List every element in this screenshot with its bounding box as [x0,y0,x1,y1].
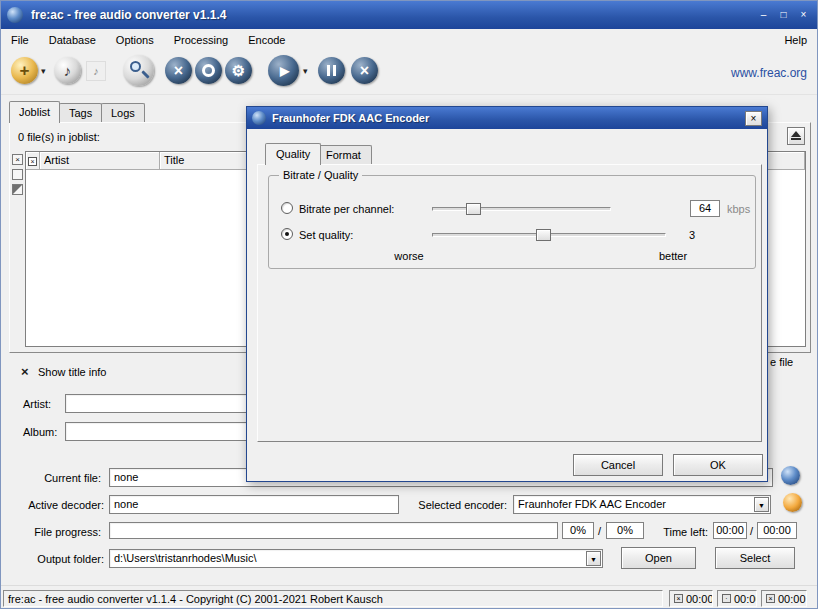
dialog-close-button[interactable]: × [745,111,762,126]
output-folder-combo[interactable]: d:\Users\tristanrhodes\Music\ ▼ [109,549,603,568]
partial-label: e file [770,356,793,368]
selected-encoder-label: Selected encoder: [399,499,507,511]
start-encoding-dropdown-icon[interactable]: ▾ [303,66,308,76]
cancel-button[interactable]: Cancel [573,454,663,476]
app-window: fre:ac - free audio converter v1.1.4 – □… [0,0,818,609]
tab-quality[interactable]: Quality [265,143,321,165]
quality-slider-thumb[interactable] [536,229,551,241]
bitrate-value-input[interactable]: 64 [690,200,720,217]
quality-value: 3 [689,229,695,241]
joblist-count: 0 file(s) in joblist: [18,131,100,143]
groupbox-title: Bitrate / Quality [279,169,362,181]
status-text: fre:ac - free audio converter v1.1.4 - C… [8,593,383,605]
checkbox-icon: × [28,157,37,166]
stop-encoding-button[interactable]: × [351,57,378,84]
menu-processing[interactable]: Processing [164,29,238,51]
tab-tags[interactable]: Tags [59,103,102,123]
file-progress-bar [109,522,558,539]
add-files-button[interactable]: + [11,57,38,84]
output-folder-label: Output folder: [1,553,104,565]
tab-format[interactable]: Format [315,145,372,164]
file-progress-label: File progress: [1,526,101,538]
select-none-button[interactable] [12,169,23,180]
artist-label: Artist: [23,398,51,410]
status-time-panel: × 00:00 [761,590,807,607]
quality-radio[interactable] [281,228,293,240]
time-icon: × [766,594,775,603]
tab-joblist[interactable]: Joblist [9,101,60,123]
time-value: 00:00 [734,593,757,605]
menu-database[interactable]: Database [39,29,106,51]
status-time-panel: × 00:00 [669,590,713,607]
pause-icon [327,65,336,76]
menu-options[interactable]: Options [106,29,164,51]
time-left-label: Time left: [646,526,708,538]
pause-encoding-button[interactable] [318,57,345,84]
cddb-manage-button[interactable] [195,57,222,84]
disc-ring-icon [202,64,215,77]
menu-encode[interactable]: Encode [238,29,295,51]
bitrate-radio[interactable] [281,202,293,214]
dialog-icon [252,111,266,125]
cross-icon: × [360,63,369,79]
music-note-icon: ♪ [64,62,72,79]
eject-icon-bar [791,138,801,140]
time-value: 00:00 [686,593,713,605]
menu-help[interactable]: Help [774,29,817,51]
ok-button[interactable]: OK [673,454,763,476]
open-folder-button[interactable]: Open [621,547,696,569]
settings-button[interactable]: ⚙ [225,57,252,84]
output-folder-value: d:\Users\tristanrhodes\Music\ [114,552,256,564]
encoder-dialog: Fraunhofer FDK AAC Encoder × Quality For… [246,106,768,482]
status-text-panel: fre:ac - free audio converter v1.1.4 - C… [3,590,663,607]
selected-encoder-combo[interactable]: Fraunhofer FDK AAC Encoder ▼ [513,495,771,514]
time-left-total: 00:00 [757,522,797,539]
time-icon: · [722,594,731,603]
start-encoding-button[interactable]: ▶ [268,55,299,86]
folder-combo-arrow-icon[interactable]: ▼ [586,551,601,566]
active-decoder-label: Active decoder: [1,499,104,511]
bitrate-slider-thumb[interactable] [466,203,481,215]
encoder-combo-arrow-icon[interactable]: ▼ [754,497,769,512]
donate-button[interactable] [783,493,802,512]
kbps-label: kbps [727,203,750,215]
eject-icon [791,131,801,137]
bitrate-label[interactable]: Bitrate per channel: [299,203,394,215]
quality-tab-page: Bitrate / Quality Bitrate per channel: 6… [257,164,762,442]
add-files-dropdown-icon[interactable]: ▾ [41,66,46,76]
time-value: 00:00 [778,593,806,605]
maximize-button[interactable]: □ [776,8,791,23]
dialog-title-bar[interactable]: Fraunhofer FDK AAC Encoder × [247,107,767,129]
close-button[interactable]: × [796,8,811,23]
info-button[interactable] [781,466,800,485]
quality-label[interactable]: Set quality: [299,229,353,241]
album-label: Album: [23,426,57,438]
dialog-title: Fraunhofer FDK AAC Encoder [272,112,745,124]
menu-file[interactable]: File [1,29,39,51]
menu-bar: File Database Options Processing Encode … [1,29,817,51]
eject-disc-button[interactable] [787,127,805,145]
total-progress-percent: 0% [606,522,644,539]
current-file-label: Current file: [1,472,101,484]
artist-column-header[interactable]: Artist [40,152,160,170]
select-folder-button[interactable]: Select [715,547,795,569]
select-all-button[interactable]: × [12,154,23,165]
bitrate-slider[interactable] [432,207,611,211]
remove-entry-button: ♪ [86,61,106,81]
add-cd-button[interactable]: ♪ [54,57,81,84]
minimize-button[interactable]: – [756,8,771,23]
gear-icon: ⚙ [232,62,245,80]
toggle-selection-button[interactable] [12,184,23,195]
show-title-info-label[interactable]: Show title info [38,366,106,378]
select-column-header[interactable]: × [26,152,40,170]
slash: / [750,525,753,537]
remove-all-button[interactable]: × [165,57,192,84]
slash: / [598,525,601,537]
freac-website-link[interactable]: www.freac.org [731,66,807,80]
time-icon: × [674,594,683,603]
title-bar[interactable]: fre:ac - free audio converter v1.1.4 – □… [1,1,817,29]
cddb-query-button[interactable] [123,55,154,86]
tab-logs[interactable]: Logs [101,103,145,123]
hide-title-info-icon[interactable]: × [21,364,29,379]
status-time-panel: · 00:00 [717,590,757,607]
